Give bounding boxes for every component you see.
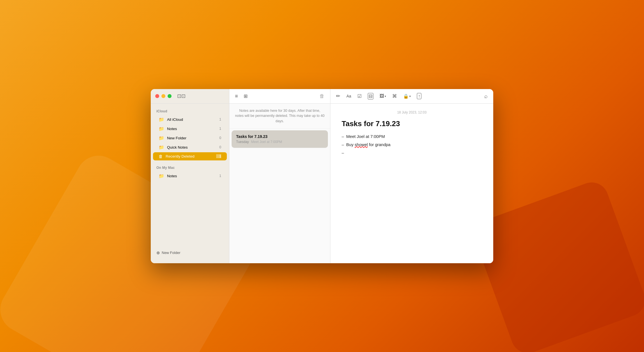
search-button[interactable]: ⌕ [483, 92, 489, 101]
folder-icon: 📁 [159, 126, 164, 131]
sidebar-badge: 1 [216, 117, 221, 121]
compose-icon: ✏ [336, 93, 340, 99]
plus-circle-icon: ⊕ [156, 250, 160, 255]
font-icon: Aa [346, 94, 351, 98]
sidebar-item-label: New Folder [167, 136, 213, 140]
sidebar-titlebar: ⊡ [151, 89, 229, 103]
sidebar-badge: 0 [216, 145, 221, 149]
editor-content[interactable]: – Meet Joel at 7:00PM – Buy showel for g… [342, 132, 482, 157]
sidebar-item-label: Notes [167, 174, 213, 178]
sidebar-badge: 1 [216, 154, 221, 158]
lock-dropdown-icon: ▾ [409, 95, 411, 98]
note-meta: Tuesday Meet Joel at 7:00PM [236, 140, 323, 144]
grid-view-button[interactable]: ⊞ [243, 92, 249, 100]
sidebar-badge: 1 [216, 174, 221, 178]
list-dash: – [342, 133, 344, 140]
traffic-lights [155, 94, 172, 98]
note-date: Tuesday [236, 140, 249, 144]
editor-note-title: Tasks for 7.19.23 [342, 119, 482, 128]
sidebar-toggle-icon: ⊡ [177, 93, 186, 99]
share-button[interactable]: ↑ [416, 92, 423, 100]
delete-button[interactable]: 🗑 [318, 92, 326, 100]
lock-button[interactable]: 🔒 ▾ [402, 92, 412, 100]
compose-button[interactable]: ✏ [335, 92, 341, 100]
link-icon: ⌘ [392, 93, 397, 99]
sidebar: iCloud 📁 All iCloud 1 📁 Notes 1 📁 New Fo… [151, 104, 229, 263]
list-item: – [342, 149, 482, 156]
sidebar-item-all-icloud[interactable]: 📁 All iCloud 1 [153, 115, 227, 124]
share-icon: ↑ [417, 93, 421, 99]
sidebar-item-label: All iCloud [167, 117, 213, 122]
sidebar-item-notes-mac[interactable]: 📁 Notes 1 [153, 172, 227, 180]
list-view-button[interactable]: ≡ [234, 92, 239, 100]
trash-icon: 🗑 [319, 93, 325, 99]
list-view-icon: ≡ [235, 93, 238, 99]
note-item[interactable]: Tasks for 7.19.23 Tuesday Meet Joel at 7… [232, 130, 328, 148]
sidebar-item-notes[interactable]: 📁 Notes 1 [153, 124, 227, 133]
info-banner: Notes are available here for 30 days. Af… [229, 104, 330, 129]
list-item: – Meet Joel at 7:00PM [342, 133, 482, 140]
checklist-icon: ☑ [357, 93, 362, 99]
note-title: Tasks for 7.19.23 [236, 134, 323, 139]
editor: 18 July 2023, 12:03 Tasks for 7.19.23 – … [330, 104, 493, 263]
link-button[interactable]: ⌘ [391, 92, 398, 100]
sidebar-item-quick-notes[interactable]: 📁 Quick Notes 0 [153, 143, 227, 152]
notes-list: Notes are available here for 30 days. Af… [229, 104, 330, 263]
sidebar-item-label: Notes [167, 127, 213, 131]
sidebar-spacer [151, 181, 229, 247]
sidebar-item-recently-deleted[interactable]: 🗑 Recently Deleted 1 [153, 152, 227, 160]
sidebar-toggle-button[interactable]: ⊡ [177, 93, 186, 99]
grid-view-icon: ⊞ [244, 93, 248, 99]
folder-icon: 📁 [159, 145, 164, 150]
folder-icon: 📁 [159, 117, 164, 122]
font-button[interactable]: Aa [345, 93, 352, 99]
table-button[interactable]: ⊟ [367, 92, 374, 101]
lock-icon: 🔒 [403, 94, 409, 99]
search-icon: ⌕ [484, 93, 488, 99]
minimize-button[interactable] [161, 94, 165, 98]
on-my-mac-section-header: On My Mac [151, 165, 229, 171]
close-button[interactable] [155, 94, 159, 98]
sidebar-item-new-folder[interactable]: 📁 New Folder 0 [153, 134, 227, 142]
new-folder-label: New Folder [162, 251, 180, 255]
folder-icon: 📁 [159, 135, 164, 141]
title-bar: ⊡ ≡ ⊞ 🗑 ✏ Aa ☑ [151, 89, 493, 104]
photo-dropdown-icon: ▾ [385, 95, 386, 98]
list-dash: – [342, 141, 344, 148]
list-titlebar: ≡ ⊞ 🗑 [229, 89, 330, 103]
table-icon: ⊟ [368, 93, 373, 99]
photo-icon: 🖼 [380, 94, 384, 99]
sidebar-item-label: Quick Notes [167, 145, 213, 149]
folder-icon: 📁 [159, 173, 164, 179]
sidebar-badge: 0 [216, 136, 221, 140]
sidebar-item-label: Recently Deleted [166, 154, 213, 158]
squiggle-word: showel [355, 142, 368, 147]
app-window: ⊡ ≡ ⊞ 🗑 ✏ Aa ☑ [151, 89, 493, 263]
list-item: – Buy showel for grandpa [342, 141, 482, 148]
main-content: iCloud 📁 All iCloud 1 📁 Notes 1 📁 New Fo… [151, 104, 493, 263]
maximize-button[interactable] [168, 94, 172, 98]
trash-icon: 🗑 [159, 154, 163, 159]
sidebar-badge: 1 [216, 127, 221, 131]
list-item-text: Meet Joel at 7:00PM [346, 133, 385, 140]
editor-timestamp: 18 July 2023, 12:03 [342, 110, 482, 114]
checklist-button[interactable]: ☑ [356, 92, 363, 100]
photo-button[interactable]: 🖼 ▾ [378, 92, 387, 100]
list-dash: – [342, 149, 344, 156]
note-preview: Meet Joel at 7:00PM [251, 140, 282, 144]
editor-titlebar: ✏ Aa ☑ ⊟ 🖼 ▾ ⌘ 🔒 ▾ ↑ [330, 89, 493, 103]
new-folder-button[interactable]: ⊕ New Folder [151, 247, 229, 259]
list-item-text: Buy showel for grandpa [346, 141, 390, 148]
icloud-section-header: iCloud [151, 108, 229, 115]
